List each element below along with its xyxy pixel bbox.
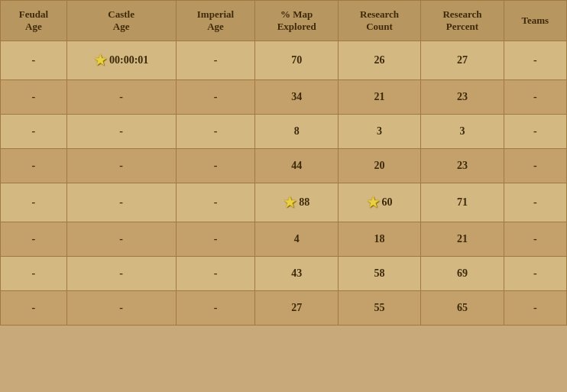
teams-cell: - (504, 291, 566, 326)
stats-table: FeudalAge CastleAge ImperialAge % MapExp… (0, 0, 567, 326)
imperial-cell: - (176, 257, 255, 291)
col-castle-age: CastleAge (66, 1, 176, 41)
map-cell: 34 (255, 80, 338, 115)
teams-cell: - (504, 183, 566, 222)
table-row: ---★88★6071- (1, 183, 567, 222)
table-row: -★00:00:01-702627- (1, 41, 567, 80)
table-row: ---833- (1, 115, 567, 149)
imperial-cell: - (176, 222, 255, 257)
research-percent-cell: 65 (421, 291, 504, 326)
table-row: ---275565- (1, 291, 567, 326)
map-value: 88 (299, 196, 309, 209)
imperial-cell: - (176, 115, 255, 149)
castle-cell: - (66, 115, 176, 149)
teams-cell: - (504, 80, 566, 115)
col-feudal-age: FeudalAge (1, 1, 67, 41)
feudal-cell: - (1, 80, 67, 115)
research-percent-cell: 23 (421, 80, 504, 115)
research-count-cell: 18 (338, 222, 420, 257)
map-cell: 27 (255, 291, 338, 326)
research-percent-cell: 69 (421, 257, 504, 291)
research-percent-cell: 27 (421, 41, 504, 80)
star-icon: ★ (284, 194, 296, 211)
imperial-cell: - (176, 183, 255, 222)
research-count-cell: ★60 (338, 183, 420, 222)
castle-cell: - (66, 222, 176, 257)
star-icon: ★ (94, 52, 106, 69)
research-percent-cell: 21 (421, 222, 504, 257)
feudal-cell: - (1, 222, 67, 257)
col-teams: Teams (504, 1, 566, 41)
map-cell: 44 (255, 149, 338, 183)
star-icon: ★ (367, 194, 379, 211)
table-body: -★00:00:01-702627----342123----833----44… (1, 41, 567, 326)
table-row: ---435869- (1, 257, 567, 291)
map-cell: 8 (255, 115, 338, 149)
castle-value: 00:00:01 (109, 54, 148, 66)
feudal-cell: - (1, 41, 67, 80)
castle-cell: - (66, 291, 176, 326)
teams-cell: - (504, 257, 566, 291)
table-header: FeudalAge CastleAge ImperialAge % MapExp… (1, 1, 567, 41)
castle-cell: - (66, 257, 176, 291)
col-map-explored: % MapExplored (255, 1, 338, 41)
feudal-cell: - (1, 115, 67, 149)
map-cell: 70 (255, 41, 338, 80)
table-row: ---342123- (1, 80, 567, 115)
castle-cell: - (66, 80, 176, 115)
research-percent-cell: 23 (421, 149, 504, 183)
research-percent-cell: 3 (421, 115, 504, 149)
research-count-cell: 3 (338, 115, 420, 149)
table-row: ---442023- (1, 149, 567, 183)
research-count-cell: 55 (338, 291, 420, 326)
imperial-cell: - (176, 149, 255, 183)
col-imperial-age: ImperialAge (176, 1, 255, 41)
table-row: ---41821- (1, 222, 567, 257)
castle-cell: - (66, 149, 176, 183)
research-count-cell: 21 (338, 80, 420, 115)
col-research-count: ResearchCount (338, 1, 420, 41)
header-row: FeudalAge CastleAge ImperialAge % MapExp… (1, 1, 567, 41)
imperial-cell: - (176, 80, 255, 115)
feudal-cell: - (1, 257, 67, 291)
feudal-cell: - (1, 291, 67, 326)
feudal-cell: - (1, 183, 67, 222)
research-count-value: 60 (382, 196, 393, 209)
teams-cell: - (504, 222, 566, 257)
research-count-cell: 58 (338, 257, 420, 291)
research-count-cell: 20 (338, 149, 420, 183)
map-cell: ★88 (255, 183, 338, 222)
research-percent-cell: 71 (421, 183, 504, 222)
castle-cell: ★00:00:01 (66, 41, 176, 80)
map-cell: 43 (255, 257, 338, 291)
castle-cell: - (66, 183, 176, 222)
imperial-cell: - (176, 41, 255, 80)
teams-cell: - (504, 149, 566, 183)
map-cell: 4 (255, 222, 338, 257)
teams-cell: - (504, 115, 566, 149)
imperial-cell: - (176, 291, 255, 326)
research-count-cell: 26 (338, 41, 420, 80)
feudal-cell: - (1, 149, 67, 183)
teams-cell: - (504, 41, 566, 80)
col-research-percent: ResearchPercent (421, 1, 504, 41)
